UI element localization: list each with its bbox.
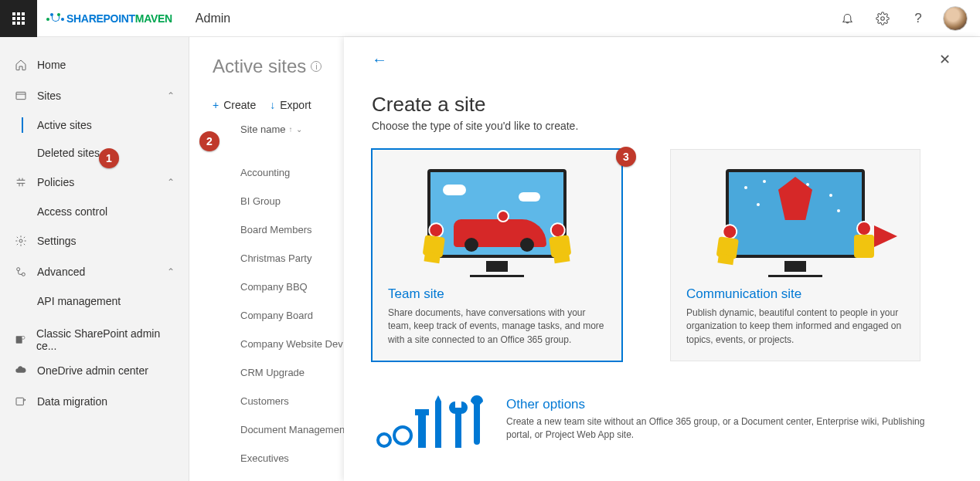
site-list-column: Active sites i + Create ↓ Export Site na… — [189, 37, 344, 481]
sidebar-item-label: API management — [37, 295, 121, 307]
sidebar-item-label: Deleted sites — [37, 147, 100, 159]
svg-point-8 — [378, 434, 390, 446]
table-row[interactable]: BI Group — [213, 187, 344, 215]
create-site-panel: ← ✕ Create a site Choose the type of sit… — [344, 37, 980, 481]
sidebar-item-data-migration[interactable]: Data migration — [0, 386, 189, 417]
back-arrow-icon[interactable]: ← — [372, 51, 387, 69]
table-row[interactable]: Customers — [213, 387, 344, 415]
page-title: Active sites i — [213, 56, 344, 77]
svg-rect-12 — [435, 401, 441, 448]
migration-icon — [14, 395, 28, 408]
communication-site-desc: Publish dynamic, beautiful content to pe… — [686, 307, 904, 347]
app-name: Admin — [196, 12, 230, 25]
sidebar-item-label: Active sites — [37, 119, 92, 131]
close-icon[interactable]: ✕ — [933, 48, 957, 71]
svg-marker-13 — [435, 395, 441, 401]
team-site-desc: Share documents, have conversations with… — [388, 307, 606, 347]
sidebar-item-label: Advanced — [37, 266, 85, 278]
chevron-up-icon: ⌃ — [167, 266, 175, 277]
export-button-label: Export — [280, 99, 311, 111]
sidebar-item-settings[interactable]: Settings — [0, 225, 189, 256]
communication-site-illustration — [671, 150, 920, 277]
sidebar-item-policies[interactable]: Policies ⌃ — [0, 167, 189, 198]
panel-subtitle: Choose the type of site you'd like to cr… — [372, 120, 957, 132]
table-row[interactable]: Accounting — [213, 158, 344, 187]
sidebar-item-label: OneDrive admin center — [37, 364, 148, 377]
sidebar-item-label: Access control — [37, 205, 107, 218]
sidebar: Home Sites ⌃ Active sites Deleted sites … — [0, 37, 189, 481]
table-row[interactable]: Board Members — [213, 215, 344, 244]
sidebar-item-label: Settings — [37, 235, 77, 247]
notifications-icon[interactable] — [830, 0, 864, 37]
sidebar-item-label: Policies — [37, 176, 74, 188]
svg-rect-5 — [16, 336, 22, 343]
sidebar-item-classic-admin[interactable]: Classic SharePoint admin ce... — [0, 324, 189, 355]
sharepoint-icon — [14, 333, 27, 347]
export-button[interactable]: ↓ Export — [270, 99, 311, 111]
create-button[interactable]: + Create — [213, 99, 256, 111]
sidebar-item-label: Home — [37, 59, 66, 71]
command-bar: + Create ↓ Export — [213, 99, 344, 111]
annotation-badge-1: 1 — [99, 148, 119, 168]
table-row[interactable]: Company BBQ — [213, 273, 344, 301]
sidebar-item-access-control[interactable]: Access control — [0, 198, 189, 225]
table-row[interactable]: CRM Upgrade — [213, 358, 344, 387]
tools-illustration — [372, 397, 488, 452]
table-row[interactable]: Executives — [213, 444, 344, 473]
top-bar: SHAREPOINTMAVEN Admin ? — [0, 0, 980, 37]
svg-point-2 — [19, 239, 22, 242]
sidebar-item-active-sites[interactable]: Active sites — [0, 111, 189, 139]
sidebar-item-api-management[interactable]: API management — [0, 287, 189, 315]
sidebar-item-advanced[interactable]: Advanced ⌃ — [0, 256, 189, 287]
sidebar-item-onedrive-admin[interactable]: OneDrive admin center — [0, 355, 189, 386]
table-row[interactable]: Christmas Party — [213, 244, 344, 273]
chevron-down-icon: ⌄ — [296, 125, 302, 134]
info-icon[interactable]: i — [311, 61, 322, 72]
table-row[interactable]: Document Management — [213, 415, 344, 444]
sidebar-item-label: Data migration — [37, 395, 107, 408]
avatar[interactable] — [943, 6, 968, 31]
team-site-card[interactable]: Team site Share documents, have conversa… — [372, 149, 622, 361]
sort-asc-icon: ↑ — [289, 125, 293, 134]
svg-point-9 — [394, 427, 411, 444]
svg-point-3 — [17, 268, 20, 271]
gear-icon — [14, 234, 28, 248]
other-options-desc: Create a new team site without an Office… — [506, 415, 926, 442]
chevron-up-icon: ⌃ — [167, 90, 175, 101]
svg-rect-11 — [415, 409, 429, 415]
svg-rect-10 — [418, 411, 426, 448]
other-options-title: Other options — [506, 397, 926, 412]
logo-text-part1: SHAREPOINT — [66, 12, 135, 25]
waffle-icon — [12, 12, 25, 25]
advanced-icon — [14, 265, 28, 279]
sidebar-item-home[interactable]: Home — [0, 49, 189, 80]
table-row[interactable]: Company Board — [213, 301, 344, 330]
other-options-card[interactable]: Other options Create a new team site wit… — [372, 397, 957, 452]
sidebar-item-sites[interactable]: Sites ⌃ — [0, 80, 189, 111]
logo-text-part2: MAVEN — [135, 12, 172, 25]
column-header-site-name[interactable]: Site name ↑ ⌄ — [213, 124, 344, 135]
svg-rect-1 — [16, 92, 26, 99]
communication-site-card[interactable]: Communication site Publish dynamic, beau… — [670, 149, 920, 361]
team-site-title: Team site — [388, 286, 606, 302]
policies-icon — [14, 175, 28, 189]
sites-icon — [14, 89, 28, 103]
create-button-label: Create — [223, 99, 256, 111]
brand-logo[interactable]: SHAREPOINTMAVEN — [46, 12, 172, 25]
sidebar-item-deleted-sites[interactable]: Deleted sites — [0, 139, 189, 167]
panel-title: Create a site — [372, 93, 957, 117]
annotation-badge-3: 3 — [616, 147, 636, 167]
download-icon: ↓ — [270, 99, 275, 111]
svg-point-4 — [22, 273, 25, 276]
annotation-badge-2: 2 — [199, 131, 219, 151]
chevron-up-icon: ⌃ — [167, 177, 175, 188]
svg-point-0 — [881, 16, 885, 20]
team-site-illustration — [373, 150, 621, 277]
communication-site-title: Communication site — [686, 286, 904, 302]
sidebar-item-label: Classic SharePoint admin ce... — [36, 327, 175, 352]
help-icon[interactable]: ? — [901, 0, 935, 37]
app-launcher-button[interactable] — [0, 0, 37, 37]
gear-icon[interactable] — [866, 0, 900, 37]
table-row[interactable]: Company Website Dev — [213, 330, 344, 358]
plus-icon: + — [213, 99, 219, 111]
